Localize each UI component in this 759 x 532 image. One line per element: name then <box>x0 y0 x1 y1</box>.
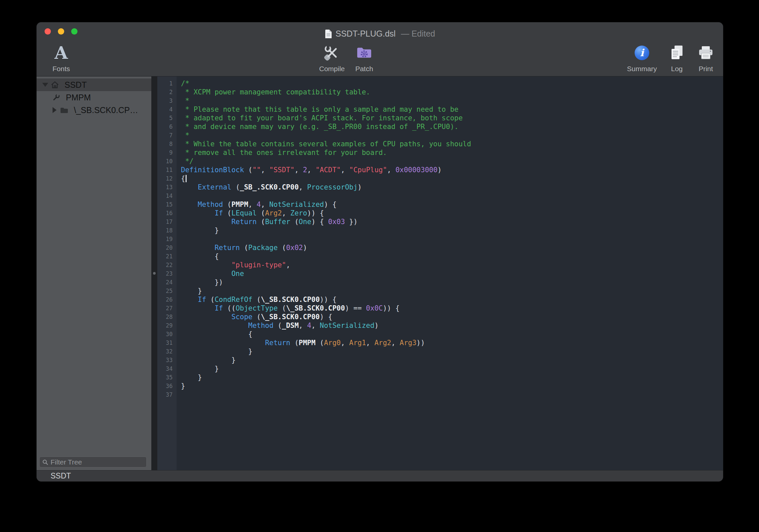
summary-label: Summary <box>627 64 657 72</box>
code-line[interactable]: 29 Method (_DSM, 4, NotSerialized) <box>157 321 723 330</box>
line-number: 34 <box>157 364 177 373</box>
compile-label: Compile <box>319 64 345 72</box>
code-line[interactable]: 6 * and device name may vary (e.g. _SB_.… <box>157 122 723 131</box>
ssdt-tree: SSDT PMPM <box>37 76 151 116</box>
code-line[interactable]: 1/* <box>157 79 723 88</box>
splitter-knob-icon <box>153 272 156 275</box>
code-line[interactable]: 35 } <box>157 373 723 382</box>
log-button[interactable]: Log <box>667 42 686 72</box>
line-number: 11 <box>157 166 177 174</box>
filter-tree-input[interactable] <box>51 458 144 466</box>
window-title-text: SSDT-PLUG.dsl <box>336 29 396 39</box>
code-line[interactable]: 37 <box>157 390 723 399</box>
line-number: 3 <box>157 96 177 105</box>
code-line[interactable]: 19 <box>157 235 723 243</box>
window-title: SSDT-PLUG.dsl — Edited <box>325 29 435 39</box>
method-icon <box>51 93 61 101</box>
fonts-icon: A <box>55 44 68 62</box>
code-line[interactable]: 33 } <box>157 356 723 364</box>
print-icon <box>697 45 714 61</box>
code-line[interactable]: 17 Return (Buffer (One) { 0x03 }) <box>157 217 723 226</box>
code-line[interactable]: 20 Return (Package (0x02) <box>157 243 723 252</box>
line-number: 8 <box>157 140 177 148</box>
fonts-label: Fonts <box>53 64 70 72</box>
line-number: 29 <box>157 321 177 330</box>
code-line[interactable]: 24 }) <box>157 278 723 287</box>
print-label: Print <box>698 64 713 72</box>
line-number: 19 <box>157 235 177 243</box>
sidebar-item-sb-sck0[interactable]: \_SB.SCK0.CP… <box>37 104 151 116</box>
compile-button[interactable]: Compile <box>317 42 347 72</box>
line-number: 30 <box>157 330 177 338</box>
disclosure-down-icon[interactable] <box>41 83 50 87</box>
code-line[interactable]: 11DefinitionBlock ("", "SSDT", 2, "ACDT"… <box>157 166 723 174</box>
filter-tree-field <box>39 457 147 467</box>
zoom-button[interactable] <box>71 28 77 35</box>
code-line[interactable]: 31 Return (PMPM (Arg0, Arg1, Arg2, Arg3)… <box>157 338 723 347</box>
line-number: 17 <box>157 217 177 226</box>
line-number: 1 <box>157 79 177 88</box>
code-line[interactable]: 14 <box>157 192 723 200</box>
code-line[interactable]: 8 * While the table contains several exa… <box>157 140 723 148</box>
code-line[interactable]: 25 } <box>157 287 723 295</box>
search-icon <box>42 459 48 465</box>
titlebar[interactable]: SSDT-PLUG.dsl — Edited <box>37 22 723 40</box>
code-line[interactable]: 28 Scope (\_SB.SCK0.CP00) { <box>157 313 723 321</box>
code-line[interactable]: 15 Method (PMPM, 4, NotSerialized) { <box>157 200 723 209</box>
tree-item-label: PMPM <box>66 93 91 102</box>
sidebar-item-pmpm[interactable]: PMPM <box>37 91 151 104</box>
log-documents-icon <box>669 45 685 61</box>
tree-item-label: \_SB.SCK0.CP… <box>74 105 138 115</box>
line-number: 36 <box>157 382 177 390</box>
code-line[interactable]: 34 } <box>157 364 723 373</box>
fonts-button[interactable]: A Fonts <box>45 42 77 72</box>
line-number: 15 <box>157 200 177 209</box>
window-edited-badge: — Edited <box>401 29 435 39</box>
line-number: 13 <box>157 183 177 192</box>
code-line[interactable]: 5 * adapted to fit your board's ACPI sta… <box>157 114 723 122</box>
code-line[interactable]: 16 If (LEqual (Arg2, Zero)) { <box>157 209 723 217</box>
code-line[interactable]: 18 } <box>157 226 723 235</box>
app-window: SSDT-PLUG.dsl — Edited A Fonts <box>37 22 723 481</box>
line-number: 20 <box>157 243 177 252</box>
toolbar-center-group: Compile Patch <box>317 42 376 72</box>
line-number: 18 <box>157 226 177 235</box>
code-line[interactable]: 22 "plugin-type", <box>157 261 723 269</box>
line-number: 26 <box>157 295 177 304</box>
house-icon <box>50 80 60 89</box>
line-number: 10 <box>157 157 177 166</box>
code-line[interactable]: 10 */ <box>157 157 723 166</box>
code-line[interactable]: 27 If ((ObjectType (\_SB.SCK0.CP00) == 0… <box>157 304 723 313</box>
line-number: 12 <box>157 174 177 183</box>
code-line[interactable]: 21 { <box>157 252 723 261</box>
line-number: 4 <box>157 105 177 114</box>
document-icon <box>325 29 332 38</box>
code-line[interactable]: 2 * XCPM power management compatibility … <box>157 88 723 96</box>
code-line[interactable]: 3 * <box>157 96 723 105</box>
sidebar-item-ssdt[interactable]: SSDT <box>37 78 151 91</box>
code-line[interactable]: 26 If (CondRefOf (\_SB.SCK0.CP00)) { <box>157 295 723 304</box>
code-line[interactable]: 4 * Please note that this table is only … <box>157 105 723 114</box>
line-number: 28 <box>157 313 177 321</box>
code-line[interactable]: 32 } <box>157 347 723 356</box>
patch-button[interactable]: Patch <box>352 42 376 72</box>
line-number: 27 <box>157 304 177 313</box>
pane-splitter[interactable] <box>151 76 157 470</box>
line-number: 23 <box>157 269 177 278</box>
code-line[interactable]: 30 { <box>157 330 723 338</box>
line-number: 37 <box>157 390 177 399</box>
disclosure-right-icon[interactable] <box>50 107 59 113</box>
line-number: 6 <box>157 122 177 131</box>
code-line[interactable]: 12{ <box>157 174 723 183</box>
code-line[interactable]: 36} <box>157 382 723 390</box>
close-button[interactable] <box>45 28 51 35</box>
code-line[interactable]: 9 * remove all the ones irrelevant for y… <box>157 148 723 157</box>
code-editor[interactable]: 1/*2 * XCPM power management compatibili… <box>157 76 723 470</box>
code-line[interactable]: 7 * <box>157 131 723 140</box>
code-line[interactable]: 23 One <box>157 269 723 278</box>
summary-button[interactable]: i Summary <box>625 42 659 72</box>
print-button[interactable]: Print <box>695 42 716 72</box>
code-line[interactable]: 13 External (_SB_.SCK0.CP00, ProcessorOb… <box>157 183 723 192</box>
minimize-button[interactable] <box>58 28 64 35</box>
info-icon: i <box>635 46 649 60</box>
